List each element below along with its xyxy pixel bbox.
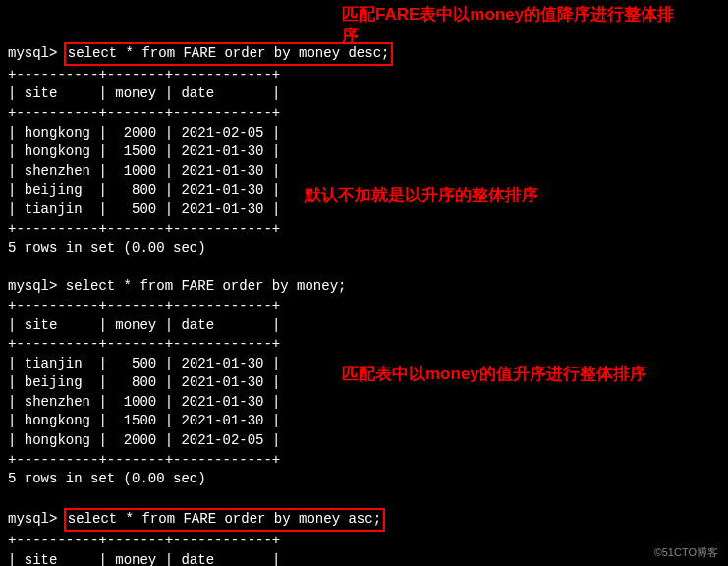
cell-site: hongkong xyxy=(25,125,90,141)
column-header-site: site xyxy=(25,317,58,333)
sql-command: select * from FARE order by money asc; xyxy=(68,511,381,527)
column-header-date: date xyxy=(181,85,214,101)
cell-date: 2021-01-30 xyxy=(181,201,263,217)
table-border: +----------+-------+------------+ xyxy=(8,298,280,313)
cell-money: 1500 xyxy=(124,143,157,159)
cell-site: shenzhen xyxy=(25,394,90,410)
cell-site: beijing xyxy=(25,374,83,390)
cell-date: 2021-01-30 xyxy=(181,394,263,410)
cell-date: 2021-01-30 xyxy=(181,374,263,390)
cell-date: 2021-01-30 xyxy=(181,163,263,179)
table-border: +----------+-------+------------+ xyxy=(8,336,280,352)
cell-date: 2021-02-05 xyxy=(181,125,263,141)
cell-money: 800 xyxy=(132,374,156,390)
cell-date: 2021-01-30 xyxy=(181,182,263,198)
column-header-money: money xyxy=(115,317,156,333)
cell-money: 2000 xyxy=(124,432,157,448)
cell-money: 800 xyxy=(132,182,156,198)
mysql-prompt: mysql> xyxy=(8,511,66,527)
cell-date: 2021-01-30 xyxy=(181,356,263,371)
sql-command: select * from FARE order by money; xyxy=(66,278,347,294)
sql-command: select * from FARE order by money desc; xyxy=(68,45,390,61)
query-highlight-asc: select * from FARE order by money asc; xyxy=(64,508,385,532)
cell-site: shenzhen xyxy=(25,163,90,179)
terminal-output[interactable]: mysql> select * from FARE order by money… xyxy=(8,4,720,566)
column-header-site: site xyxy=(25,85,58,101)
table-border: +----------+-------+------------+ xyxy=(8,452,280,468)
column-header-site: site xyxy=(25,552,58,566)
column-header-money: money xyxy=(115,85,156,101)
table-border: +----------+-------+------------+ xyxy=(8,67,280,83)
cell-site: tianjin xyxy=(25,356,83,371)
column-header-date: date xyxy=(181,552,214,566)
cell-money: 1000 xyxy=(124,394,157,410)
cell-date: 2021-01-30 xyxy=(181,143,263,159)
status-text: 5 rows in set (0.00 sec) xyxy=(8,471,206,486)
mysql-prompt: mysql> xyxy=(8,278,66,294)
watermark-text: ©51CTO博客 xyxy=(654,545,718,560)
cell-money: 2000 xyxy=(124,125,157,141)
cell-date: 2021-02-05 xyxy=(181,432,263,448)
cell-money: 1000 xyxy=(124,163,157,179)
annotation-default: 默认不加就是以升序的整体排序 xyxy=(305,185,538,206)
cell-money: 500 xyxy=(132,201,156,217)
cell-money: 500 xyxy=(132,356,156,371)
cell-money: 1500 xyxy=(124,413,157,428)
cell-site: hongkong xyxy=(25,413,90,428)
annotation-asc: 匹配表中以money的值升序进行整体排序 xyxy=(342,364,646,385)
column-header-money: money xyxy=(115,552,156,566)
table-border: +----------+-------+------------+ xyxy=(8,533,280,548)
annotation-desc: 匹配FARE表中以money的值降序进行整体排序 xyxy=(342,4,676,47)
cell-site: beijing xyxy=(25,182,83,198)
status-text: 5 rows in set (0.00 sec) xyxy=(8,240,206,255)
cell-date: 2021-01-30 xyxy=(181,413,263,428)
table-border: +----------+-------+------------+ xyxy=(8,105,280,121)
column-header-date: date xyxy=(181,317,214,333)
cell-site: tianjin xyxy=(25,201,83,217)
cell-site: hongkong xyxy=(25,143,90,159)
cell-site: hongkong xyxy=(25,432,90,448)
mysql-prompt: mysql> xyxy=(8,45,66,61)
table-border: +----------+-------+------------+ xyxy=(8,221,280,237)
